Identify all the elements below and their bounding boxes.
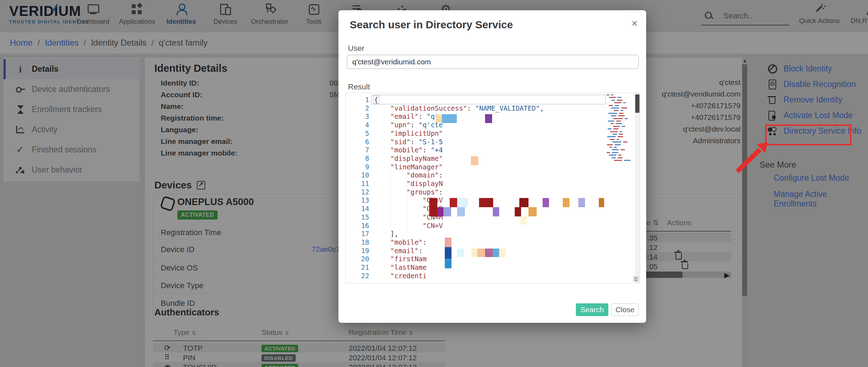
line-number: 4 bbox=[349, 121, 369, 129]
minimap-mark bbox=[610, 139, 615, 140]
annotation-highlight-box bbox=[765, 124, 851, 145]
minimap-mark bbox=[619, 113, 624, 114]
minimap-mark bbox=[607, 152, 610, 153]
line-number: 3 bbox=[349, 112, 369, 120]
code-line: "email": "q'c bbox=[374, 112, 443, 120]
minimap-mark bbox=[615, 105, 619, 106]
minimap-mark bbox=[617, 139, 619, 140]
line-number: 18 bbox=[349, 238, 369, 246]
redaction-block bbox=[485, 114, 492, 123]
line-number: 7 bbox=[349, 146, 369, 154]
minimap-mark bbox=[613, 128, 619, 129]
code-line: "displayName" bbox=[374, 155, 443, 162]
line-number: 5 bbox=[349, 129, 369, 137]
code-line: ], bbox=[374, 230, 398, 238]
minimap-mark bbox=[612, 141, 621, 142]
line-number: 1 bbox=[349, 96, 369, 104]
user-field-label: User bbox=[348, 44, 364, 53]
minimap-mark bbox=[623, 102, 626, 103]
close-icon[interactable]: × bbox=[631, 18, 638, 29]
redaction-block bbox=[485, 249, 493, 257]
code-line: "implicitUpn" bbox=[374, 129, 443, 137]
redaction-block bbox=[436, 115, 442, 123]
directory-search-modal: Search user in Directory Service × User … bbox=[338, 10, 646, 323]
redaction-block bbox=[445, 258, 451, 268]
minimap-mark bbox=[619, 134, 623, 135]
redaction-block bbox=[471, 156, 478, 165]
line-number: 15 bbox=[349, 213, 369, 221]
redaction-block bbox=[457, 249, 464, 257]
minimap-mark bbox=[623, 141, 627, 142]
code-line: "email": bbox=[374, 247, 423, 255]
minimap-mark bbox=[612, 157, 616, 158]
search-button[interactable]: Search bbox=[576, 303, 608, 316]
minimap-mark bbox=[620, 149, 625, 150]
json-result-editor[interactable]: ▴▾ 1{2 "validationSuccess": "NAME_VALIDA… bbox=[346, 93, 640, 284]
minimap-mark bbox=[614, 102, 621, 103]
result-label: Result bbox=[348, 82, 370, 92]
minimap-mark bbox=[607, 144, 613, 145]
minimap-mark bbox=[610, 131, 618, 132]
code-line: "lastName bbox=[374, 263, 427, 271]
line-number: 9 bbox=[349, 163, 369, 171]
redaction-block bbox=[493, 207, 499, 216]
minimap-mark bbox=[616, 121, 621, 122]
line-number: 14 bbox=[349, 205, 369, 212]
redaction-block bbox=[442, 114, 457, 123]
code-line: "CN=V bbox=[374, 222, 443, 229]
minimap-mark bbox=[622, 126, 625, 127]
minimap-mark bbox=[611, 115, 616, 116]
minimap-mark bbox=[618, 97, 621, 98]
redaction-block bbox=[477, 249, 485, 257]
line-number: 12 bbox=[349, 188, 369, 196]
line-number: 22 bbox=[349, 272, 369, 280]
active-line-highlight bbox=[371, 95, 606, 104]
redaction-block bbox=[471, 249, 477, 257]
close-button[interactable]: Close bbox=[611, 303, 639, 316]
minimap-mark bbox=[609, 97, 616, 98]
redaction-block bbox=[450, 198, 457, 207]
minimap-mark bbox=[609, 147, 612, 148]
editor-scrollbar[interactable] bbox=[635, 93, 640, 283]
minimap-mark bbox=[612, 100, 615, 101]
line-number: 10 bbox=[349, 171, 369, 179]
redaction-block bbox=[599, 198, 604, 207]
editor-scrollbar-thumb[interactable] bbox=[635, 94, 639, 113]
code-line: "sid": "S-1-5 bbox=[374, 138, 443, 146]
annotation-arrow bbox=[726, 140, 772, 175]
minimap-mark bbox=[613, 118, 623, 119]
line-number: 13 bbox=[349, 196, 369, 204]
redaction-block bbox=[493, 249, 499, 257]
redaction-block bbox=[445, 238, 451, 247]
redaction-block bbox=[443, 207, 451, 216]
line-number: 6 bbox=[349, 138, 369, 146]
redaction-block bbox=[519, 198, 529, 207]
minimap-mark bbox=[625, 118, 628, 119]
redaction-block bbox=[563, 198, 569, 207]
code-line: "upn": "q'cte bbox=[374, 121, 443, 129]
redaction-block bbox=[479, 198, 493, 207]
minimap-mark bbox=[620, 131, 622, 132]
redaction-block bbox=[457, 207, 465, 216]
redaction-block bbox=[578, 198, 585, 207]
redaction-block bbox=[499, 249, 506, 257]
code-line: "mobile": "+4 bbox=[374, 146, 443, 154]
minimap-mark bbox=[607, 136, 616, 137]
minimap-mark bbox=[610, 123, 614, 124]
editor-scroll-corner[interactable]: ▴▾ bbox=[633, 276, 639, 282]
code-line: "domain": bbox=[374, 171, 443, 179]
minimap-mark bbox=[613, 134, 617, 135]
minimap-mark bbox=[612, 152, 618, 153]
minimap-mark bbox=[611, 94, 613, 95]
minimap-mark bbox=[611, 107, 619, 109]
user-search-input[interactable] bbox=[347, 55, 639, 69]
minimap-mark bbox=[608, 121, 614, 122]
code-line: "lineManager" bbox=[374, 163, 443, 171]
line-number: 16 bbox=[349, 222, 369, 229]
redaction-block bbox=[437, 207, 443, 216]
code-line: "validationSuccess": "NAME_VALIDATED", bbox=[374, 104, 544, 112]
minimap-mark bbox=[609, 105, 613, 106]
code-line: "mobile": bbox=[374, 238, 427, 246]
minimap-mark bbox=[614, 147, 617, 148]
minimap-mark bbox=[614, 160, 622, 161]
